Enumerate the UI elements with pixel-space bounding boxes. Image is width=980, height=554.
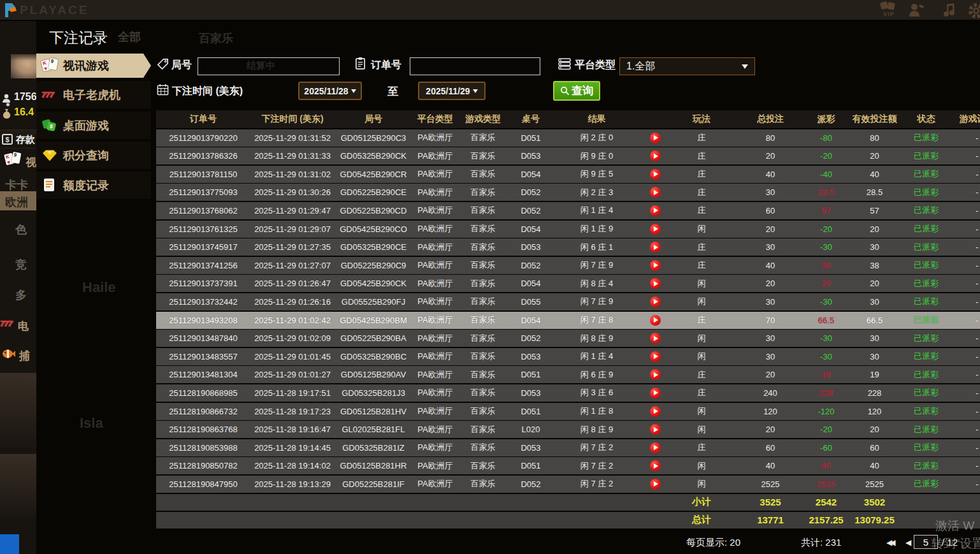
play-video-button[interactable] [650, 442, 661, 453]
play-cell [640, 315, 670, 326]
order-no-cell: 251129013786326 [156, 151, 250, 161]
footer-payout: 2542 [808, 497, 844, 507]
order-no-input[interactable] [410, 57, 540, 75]
table-row[interactable]: 2511290137412562025-11-29 01:27:07GD0522… [156, 257, 980, 274]
page-number-input[interactable] [914, 535, 938, 549]
nav-bu-partial[interactable]: 捕 [19, 349, 30, 363]
total-bet-cell: 20 [733, 279, 808, 288]
nav-jing-partial[interactable]: 竞 [15, 257, 27, 272]
play-video-button[interactable] [650, 169, 661, 180]
status-cell: 已派彩 [905, 369, 948, 381]
settings-gear-icon[interactable] [967, 2, 980, 20]
play-video-button[interactable] [650, 242, 661, 252]
platform-type-select[interactable]: 1.全部 [619, 57, 755, 75]
play-video-button[interactable] [650, 424, 661, 435]
play-video-button[interactable] [650, 369, 661, 380]
nav-europe-active[interactable]: 欧洲 [0, 191, 36, 210]
table-row[interactable]: 2511290137680622025-11-29 01:29:47GD0522… [156, 202, 980, 219]
nav-kaka-partial[interactable]: 卡卡 [5, 177, 28, 193]
sidebar-item-label: 积分查询 [63, 148, 109, 163]
total-bet-cell: 40 [733, 261, 808, 270]
date-to-select[interactable]: 2025/11/29 [418, 82, 486, 100]
deposit-button[interactable]: $ 存款 [0, 129, 36, 149]
table-row[interactable]: 2511290137863262025-11-29 01:31:33GD0532… [156, 147, 980, 164]
table-row[interactable]: 2511290134932082025-11-29 01:02:42GD0542… [156, 312, 980, 329]
background-photo [0, 373, 36, 448]
nav-video-partial[interactable]: 视 [25, 155, 36, 170]
game-type-cell: 百家乐 [458, 351, 508, 362]
table-row[interactable]: 2511281908539882025-11-28 19:14:45GD0532… [156, 439, 980, 456]
bet-type-cell: 庄 [670, 442, 733, 453]
bet-type-cell: 庄 [670, 205, 733, 216]
result-cell: 闲 1 庄 4 [554, 351, 640, 362]
nav-se-partial[interactable]: 色 [15, 222, 27, 237]
table-row[interactable]: 2511290137373912025-11-29 01:26:47GD0542… [156, 275, 980, 292]
sidebar-item-quota-record[interactable]: 额度记录 [36, 171, 151, 199]
table-row[interactable]: 2511290134835572025-11-29 01:01:45GD0532… [156, 348, 980, 365]
status-cell: 已派彩 [905, 478, 948, 490]
game-record-cell: - [948, 133, 980, 143]
table-row[interactable]: 2511290134878402025-11-29 01:02:09GD0522… [156, 330, 980, 347]
play-video-button[interactable] [650, 315, 661, 326]
prev-page-button[interactable]: ◀ [905, 538, 911, 547]
search-button[interactable]: 查询 [553, 81, 600, 101]
total-bet-cell: 60 [733, 443, 808, 453]
table-row[interactable]: 2511281908689852025-11-28 19:17:51GD0532… [156, 384, 980, 402]
play-video-button[interactable] [650, 388, 661, 398]
play-video-button[interactable] [650, 224, 661, 235]
play-video-button[interactable] [650, 150, 661, 161]
valid-bet-cell: 30 [844, 352, 905, 361]
play-video-button[interactable] [650, 133, 661, 143]
game-type-cell: 百家乐 [458, 242, 508, 253]
table-row[interactable]: 2511290137811502025-11-29 01:31:02GD0542… [156, 166, 980, 183]
round-no-input[interactable] [198, 57, 340, 75]
platform-cell: PA欧洲厅 [412, 187, 458, 198]
nav-duo-partial[interactable]: 多 [15, 288, 27, 303]
table-row[interactable]: 2511290137324422025-11-29 01:26:16GD0552… [156, 293, 980, 310]
table-no-cell: D052 [508, 333, 554, 343]
nav-dian-partial[interactable]: 电 [18, 319, 29, 333]
payout-cell: 228 [808, 388, 844, 398]
bet-time-cell: 2025-11-28 19:14:02 [250, 461, 335, 470]
play-icon [654, 208, 658, 213]
play-video-button[interactable] [650, 460, 661, 471]
play-video-button[interactable] [650, 187, 661, 198]
first-page-button[interactable]: ◀◀ [886, 538, 893, 547]
table-row[interactable]: 2511281908507822025-11-28 19:14:02GD0512… [156, 457, 980, 474]
sidebar-item-video-games[interactable]: K♥ 9 视讯游戏 [36, 54, 151, 78]
table-row[interactable]: 2511290137459172025-11-29 01:27:35GD0532… [156, 238, 980, 256]
sidebar-item-table-games[interactable]: $ 桌面游戏 [36, 112, 151, 139]
game-type-cell: 百家乐 [458, 278, 508, 289]
music-icon[interactable] [942, 3, 957, 18]
result-cell: 闲 1 庄 8 [554, 405, 640, 417]
play-video-button[interactable] [650, 333, 661, 344]
date-from-select[interactable]: 2025/11/28 [298, 82, 362, 100]
platform-cell: PA欧洲厅 [412, 442, 458, 453]
table-row[interactable]: 2511281908667322025-11-28 19:17:23GD0512… [156, 403, 980, 420]
user-service-icon[interactable] [908, 3, 925, 18]
sidebar-item-slots[interactable]: 777 电子老虎机 [36, 81, 151, 108]
play-video-button[interactable] [650, 406, 661, 417]
table-row[interactable]: 2511290134813042025-11-29 01:01:27GD0512… [156, 366, 980, 383]
chevron-down-icon [473, 89, 478, 93]
ghost-photo-name: Haile [82, 279, 116, 296]
table-row[interactable]: 2511290137613252025-11-29 01:29:07GD0542… [156, 221, 980, 238]
play-video-button[interactable] [650, 296, 661, 307]
play-video-button[interactable] [650, 205, 661, 216]
table-row[interactable]: 2511290137750932025-11-29 01:30:26GD0522… [156, 184, 980, 201]
round-no-cell: GD05225B290CE [335, 187, 412, 197]
play-video-button[interactable] [650, 278, 661, 289]
platform-type-value: 1.全部 [626, 60, 655, 73]
avatar[interactable] [11, 54, 36, 78]
play-video-button[interactable] [650, 479, 661, 490]
table-row[interactable]: 2511281908637682025-11-28 19:16:47GL0202… [156, 421, 980, 438]
bet-time-cell: 2025-11-29 01:30:26 [250, 187, 335, 197]
sidebar-item-points[interactable]: 积分查询 [36, 142, 151, 169]
game-type-cell: 百家乐 [458, 478, 508, 490]
column-header: 有效投注额 [844, 113, 905, 125]
play-video-button[interactable] [650, 351, 661, 362]
table-row[interactable]: 2511281908479502025-11-28 19:13:29GD0522… [156, 476, 980, 493]
bet-type-cell: 庄 [670, 132, 733, 143]
table-row[interactable]: 2511290137902202025-11-29 01:31:52GD0512… [156, 129, 980, 147]
play-video-button[interactable] [650, 260, 661, 271]
